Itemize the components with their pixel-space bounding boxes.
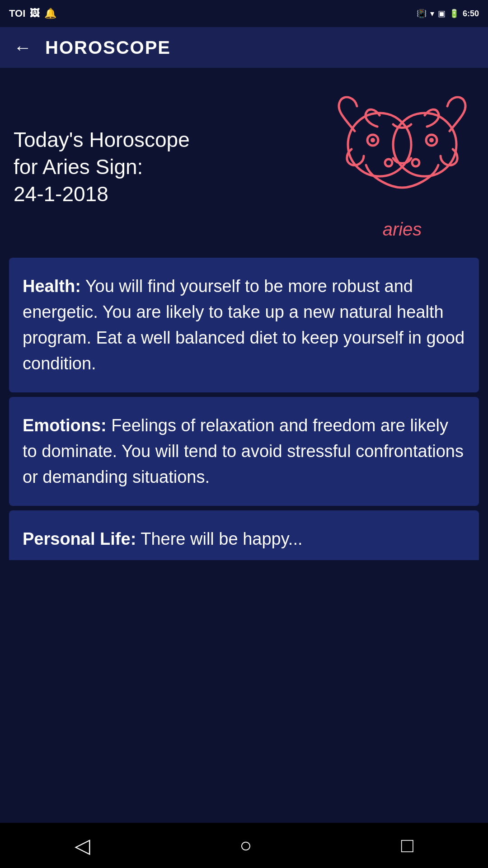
wifi-icon: ▾ [430, 9, 434, 19]
personal-life-body: There will be happy... [136, 529, 302, 548]
personal-life-card: Personal Life: There will be happy... [9, 510, 479, 560]
nav-recent-button[interactable]: □ [401, 834, 413, 857]
battery-icon: 🔋 [449, 9, 459, 19]
emotions-text: Emotions: Feelings of relaxation and fre… [23, 413, 465, 490]
nav-bar: ◁ ○ □ [0, 823, 488, 868]
personal-life-text: Personal Life: There will be happy... [23, 526, 465, 552]
toolbar-title: HOROSCOPE [45, 38, 171, 58]
hero-image-container: aries [330, 95, 474, 240]
photo-icon: 🖼 [30, 8, 40, 19]
status-bar: TOI 🖼 🔔 📳 ▾ ▣ 🔋 6:50 [0, 0, 488, 27]
status-time: 6:50 [463, 9, 479, 19]
health-card: Health: You will find yourself to be mor… [9, 258, 479, 392]
app-name: TOI [9, 8, 25, 19]
hero-section: Today's Horoscope for Aries Sign: 24-1-2… [0, 68, 488, 258]
sign-name: aries [383, 219, 422, 240]
back-button[interactable]: ← [14, 38, 32, 58]
svg-point-4 [371, 138, 375, 142]
signal-icon: ▣ [438, 9, 446, 19]
personal-life-label: Personal Life: [23, 529, 136, 548]
toolbar: ← HOROSCOPE [0, 27, 488, 68]
status-bar-left: TOI 🖼 🔔 [9, 8, 56, 19]
emotions-label: Emotions: [23, 416, 107, 435]
hero-text: Today's Horoscope for Aries Sign: 24-1-2… [14, 127, 330, 208]
notification-icon: 🔔 [44, 8, 56, 19]
content-section: Health: You will find yourself to be mor… [0, 258, 488, 560]
nav-home-button[interactable]: ○ [239, 834, 252, 857]
health-body: You will find yourself to be more robust… [23, 277, 465, 373]
aries-symbol [330, 95, 474, 212]
health-label: Health: [23, 277, 81, 296]
hero-title-line2: for Aries Sign: [14, 155, 143, 179]
emotions-card: Emotions: Feelings of relaxation and fre… [9, 397, 479, 506]
svg-point-1 [393, 113, 456, 176]
svg-point-6 [385, 159, 392, 166]
svg-point-5 [429, 138, 434, 142]
health-text: Health: You will find yourself to be mor… [23, 274, 465, 377]
hero-title-line3: 24-1-2018 [14, 182, 108, 206]
hero-title: Today's Horoscope for Aries Sign: 24-1-2… [14, 127, 330, 208]
status-icons: 📳 ▾ ▣ 🔋 6:50 [417, 9, 479, 19]
svg-point-7 [412, 159, 419, 166]
nav-back-button[interactable]: ◁ [75, 834, 90, 858]
hero-title-line1: Today's Horoscope [14, 128, 190, 151]
vibrate-icon: 📳 [417, 9, 427, 19]
